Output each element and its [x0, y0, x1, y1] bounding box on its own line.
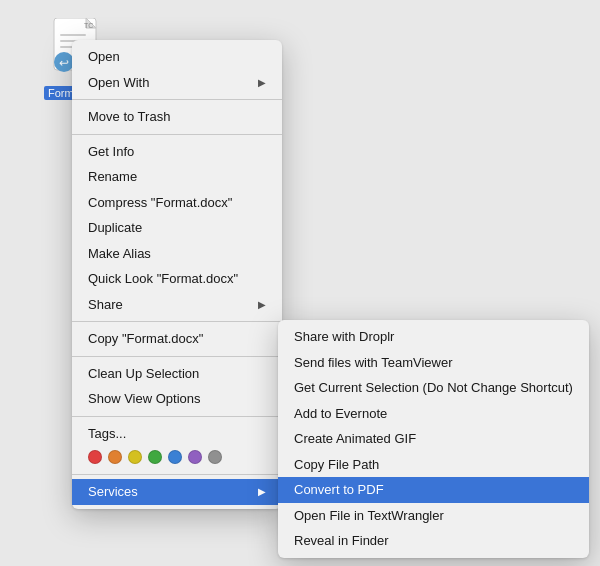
- menu-item-compress[interactable]: Compress "Format.docx": [72, 190, 282, 216]
- separator-6: [72, 474, 282, 475]
- menu-item-open[interactable]: Open: [72, 44, 282, 70]
- menu-item-rename[interactable]: Rename: [72, 164, 282, 190]
- arrow-icon-services: ▶: [258, 484, 266, 499]
- svg-text:TC: TC: [84, 22, 93, 29]
- tag-orange[interactable]: [108, 450, 122, 464]
- submenu-item-send-teamviewer[interactable]: Send files with TeamViewer: [278, 350, 589, 376]
- tag-green[interactable]: [148, 450, 162, 464]
- tag-red[interactable]: [88, 450, 102, 464]
- tag-blue[interactable]: [168, 450, 182, 464]
- menu-item-show-view-options[interactable]: Show View Options: [72, 386, 282, 412]
- arrow-icon: ▶: [258, 75, 266, 90]
- arrow-icon-share: ▶: [258, 297, 266, 312]
- tag-purple[interactable]: [188, 450, 202, 464]
- menu-item-clean-up[interactable]: Clean Up Selection: [72, 361, 282, 387]
- submenu-item-add-evernote[interactable]: Add to Evernote: [278, 401, 589, 427]
- menu-item-move-to-trash[interactable]: Move to Trash: [72, 104, 282, 130]
- submenu-item-share-droplr[interactable]: Share with Droplr: [278, 324, 589, 350]
- submenu-item-convert-pdf[interactable]: Convert to PDF: [278, 477, 589, 503]
- submenu-item-reveal-finder[interactable]: Reveal in Finder: [278, 528, 589, 554]
- tags-row: [72, 446, 282, 470]
- menu-item-get-info[interactable]: Get Info: [72, 139, 282, 165]
- menu-item-share[interactable]: Share ▶: [72, 292, 282, 318]
- tag-gray[interactable]: [208, 450, 222, 464]
- menu-item-duplicate[interactable]: Duplicate: [72, 215, 282, 241]
- svg-text:↩: ↩: [59, 56, 69, 70]
- svg-rect-1: [60, 34, 86, 36]
- context-menu: Open Open With ▶ Move to Trash Get Info …: [72, 40, 282, 509]
- submenu-item-copy-file-path[interactable]: Copy File Path: [278, 452, 589, 478]
- tag-yellow[interactable]: [128, 450, 142, 464]
- menu-item-make-alias[interactable]: Make Alias: [72, 241, 282, 267]
- submenu-item-get-current-selection[interactable]: Get Current Selection (Do Not Change Sho…: [278, 375, 589, 401]
- menu-item-open-with[interactable]: Open With ▶: [72, 70, 282, 96]
- menu-item-quick-look[interactable]: Quick Look "Format.docx": [72, 266, 282, 292]
- menu-item-services[interactable]: Services ▶: [72, 479, 282, 505]
- services-submenu: Share with Droplr Send files with TeamVi…: [278, 320, 589, 558]
- menu-item-copy[interactable]: Copy "Format.docx": [72, 326, 282, 352]
- separator-4: [72, 356, 282, 357]
- separator-5: [72, 416, 282, 417]
- menu-item-tags[interactable]: Tags...: [72, 421, 282, 447]
- submenu-item-open-textwrangler[interactable]: Open File in TextWrangler: [278, 503, 589, 529]
- separator-1: [72, 99, 282, 100]
- separator-2: [72, 134, 282, 135]
- submenu-item-create-gif[interactable]: Create Animated GIF: [278, 426, 589, 452]
- separator-3: [72, 321, 282, 322]
